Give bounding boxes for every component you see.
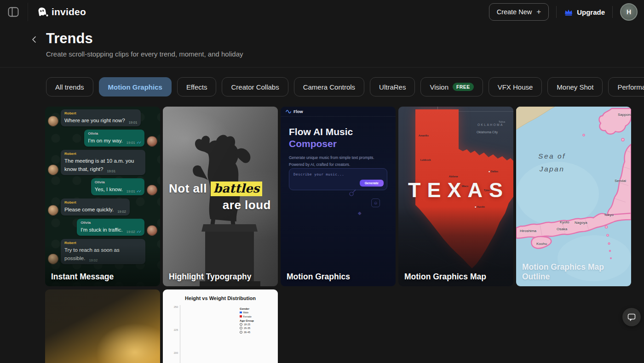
legend-label: 26-35: [244, 327, 250, 329]
legend-label: Male: [243, 311, 249, 314]
create-new-button[interactable]: Create New +: [489, 3, 549, 21]
template-card-motion-graphics-map-outline[interactable]: Sea of Japan SapporoSendaiTokyoNagoyaKyo…: [516, 107, 631, 286]
state-name-label: TEXAS: [398, 178, 513, 202]
card-title: Highlight Typography: [169, 272, 252, 282]
user-avatar[interactable]: H: [620, 3, 638, 21]
legend-swatch: [240, 315, 242, 318]
filter-pill-motion-graphics[interactable]: Motion Graphics: [99, 77, 172, 96]
upgrade-button[interactable]: Upgrade: [564, 8, 605, 16]
chat-bubble: OliviaI'm stuck in traffic.19:02✓✓: [77, 219, 144, 236]
chart-y-axis: [180, 305, 180, 363]
template-card-instant-message[interactable]: RobertWhere are you right now?19:01Olivi…: [45, 107, 160, 286]
chat-bubble: RobertPlease come quickly.19:02: [61, 199, 130, 216]
legend-gender-title: Gender: [240, 307, 254, 310]
legend-age-title: Age Group: [240, 319, 254, 322]
chat-message: RobertPlease come quickly.19:02: [48, 199, 157, 216]
support-chat-button[interactable]: [622, 308, 641, 326]
free-badge: FREE: [453, 83, 474, 91]
map-label: Osaka: [557, 227, 567, 231]
typography-overlay: Not all battles are loud: [163, 182, 278, 212]
filter-pill-label: Money Shot: [557, 83, 593, 91]
map-label: Sendai: [615, 179, 626, 183]
message-text: I'm on my way.: [88, 138, 122, 143]
card-title: Motion Graphics: [287, 272, 350, 282]
filter-pill-all-trends[interactable]: All trends: [46, 77, 93, 96]
legend-item: 26-35: [240, 327, 254, 329]
filter-pill-label: Vision: [430, 83, 448, 91]
legend-item: Male: [240, 311, 254, 314]
chart-title: Height vs Weight Distribution: [163, 295, 278, 301]
sea-label: Sea of Japan: [533, 150, 571, 176]
avatar: [147, 136, 157, 147]
filter-pill-label: All trends: [55, 83, 84, 91]
map-label: Nagoya: [575, 221, 587, 225]
chart-legend: GenderMaleFemaleAge Group18-2526-3536-45: [240, 306, 254, 335]
flow-generate-button: Generate: [360, 180, 384, 187]
overlay-text-before: Not all: [169, 182, 207, 196]
page-title: Trends: [46, 30, 93, 47]
filter-pill-label: Camera Controls: [303, 83, 355, 91]
template-card-chart[interactable]: Height vs Weight Distribution 250225200 …: [163, 289, 278, 363]
message-time: 19:02: [117, 210, 126, 214]
filter-pill-vfx-house[interactable]: VFX House: [489, 77, 542, 96]
page-subtitle: Create scroll-stopping clips for every t…: [46, 50, 243, 58]
map-label: Tokyo: [604, 213, 614, 217]
read-receipt-icon: ✓✓: [137, 189, 141, 193]
legend-marker: [240, 327, 242, 329]
sender-name: Robert: [64, 111, 137, 115]
filter-pill-creator-collabs[interactable]: Creator Collabs: [222, 77, 288, 96]
divider: [612, 6, 613, 18]
legend-label: 36-45: [244, 331, 250, 334]
template-card-motion-graphics[interactable]: Flow Flow AI Music Composer Generate uni…: [281, 107, 396, 286]
sidebar-toggle-icon[interactable]: [7, 6, 19, 18]
sea-label-line1: Sea of: [533, 150, 571, 163]
legend-swatch: [240, 312, 242, 314]
upgrade-label: Upgrade: [577, 8, 605, 16]
chat-bubble: RobertWhere are you right now?19:01: [61, 109, 141, 126]
message-time: 19:02: [126, 230, 135, 234]
card-title: Motion Graphics Map Outline: [522, 262, 631, 282]
axis-tick-label: 250: [174, 306, 178, 308]
template-grid: RobertWhere are you right now?19:01Olivi…: [45, 107, 631, 363]
message-text: I'm stuck in traffic.: [80, 227, 122, 233]
filter-pill-camera-controls[interactable]: Camera Controls: [294, 77, 364, 96]
logo[interactable]: invideo: [36, 6, 86, 18]
top-bar-divider: [28, 3, 28, 21]
template-card-yellow-macro[interactable]: [45, 289, 160, 363]
flow-nav-bar: Flow: [281, 107, 396, 117]
avatar: [48, 116, 58, 126]
card-title: Motion Graphics Map: [404, 272, 486, 282]
sea-label-line2: Japan: [533, 163, 571, 176]
filter-pill-label: Performances: [617, 83, 644, 91]
crown-icon: [564, 8, 573, 16]
avatar: [48, 205, 58, 216]
filter-pill-money-shot[interactable]: Money Shot: [547, 77, 603, 96]
header-divider: [0, 67, 644, 68]
filter-pill-ultrares[interactable]: UltraRes: [370, 77, 415, 96]
chat-bubble: OliviaI'm on my way.19:01✓✓: [84, 130, 144, 147]
flow-input-placeholder: Describe your music...: [293, 172, 344, 176]
message-text: Yes, I know.: [95, 187, 123, 192]
sender-name: Robert: [64, 241, 142, 245]
overlay-text-after: are loud: [223, 198, 271, 212]
filter-pill-performances[interactable]: Performances: [608, 77, 644, 96]
flow-heading: Flow AI Music Composer: [289, 126, 353, 150]
template-card-highlight-typography[interactable]: Not all battles are loud Highlight Typog…: [163, 107, 278, 286]
filter-pill-vision[interactable]: VisionFREE: [420, 77, 483, 96]
filter-pills: All trendsMotion GraphicsEffectsCreator …: [46, 77, 644, 97]
filter-pill-effects[interactable]: Effects: [177, 77, 217, 96]
filter-pill-label: Creator Collabs: [231, 83, 279, 91]
read-receipt-icon: ✓✓: [137, 230, 141, 234]
create-new-label: Create New: [497, 8, 532, 16]
avatar: [147, 185, 157, 195]
flow-subtext-line2: Powered by AI, crafted for creators.: [289, 161, 374, 168]
read-receipt-icon: ✓✓: [137, 141, 141, 145]
map-label: Kyoto: [560, 220, 569, 224]
message-text: Please come quickly.: [64, 207, 114, 212]
back-button[interactable]: [31, 35, 37, 45]
card-title: Instant Message: [51, 272, 114, 282]
message-time: 19:01: [126, 189, 135, 193]
filter-pill-label: UltraRes: [379, 83, 406, 91]
sender-name: Olivia: [95, 180, 141, 184]
template-card-motion-graphics-map[interactable]: OKLAHOMA Oklahoma City AmarilloLubbockDa…: [398, 107, 513, 286]
